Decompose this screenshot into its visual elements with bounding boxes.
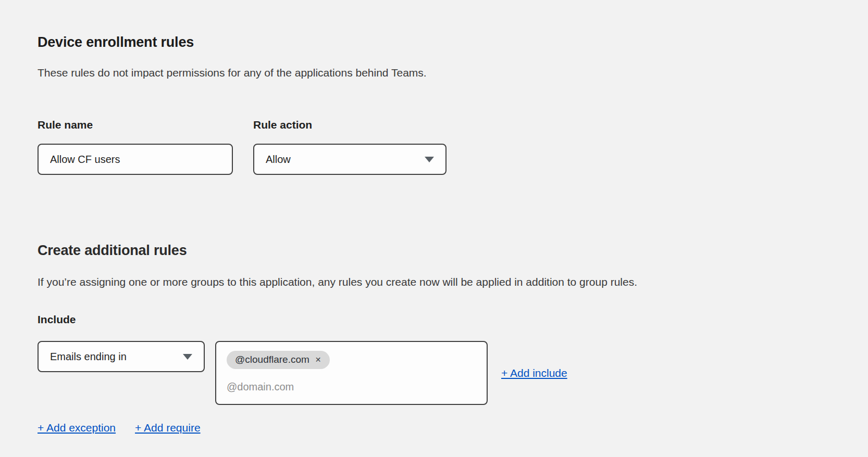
rule-name-input[interactable] [38,144,233,175]
add-exception-link[interactable]: + Add exception [38,422,116,434]
rule-name-label: Rule name [38,119,93,131]
page-subtitle: These rules do not impact permissions fo… [38,67,427,79]
remove-tag-button[interactable]: ✕ [315,356,321,363]
additional-rules-subtitle: If you’re assigning one or more groups t… [38,276,637,288]
include-label: Include [38,313,76,326]
tag-chip-label: @cloudflare.com [235,354,309,365]
tag-chip: @cloudflare.com ✕ [227,351,330,369]
additional-rules-title: Create additional rules [38,243,187,259]
email-domains-tag-input[interactable]: @cloudflare.com ✕ [215,341,488,405]
page-title: Device enrollment rules [38,34,194,50]
chevron-down-icon [183,354,192,360]
add-require-link[interactable]: + Add require [135,422,201,434]
include-selector-select[interactable]: Emails ending in [38,341,205,372]
rule-links-row: + Add exception + Add require [38,422,201,434]
device-enrollment-page: Device enrollment rules These rules do n… [0,0,868,457]
include-selector-selected-value: Emails ending in [50,351,127,363]
rule-action-selected-value: Allow [266,154,291,166]
rule-action-select[interactable]: Allow [253,144,447,175]
chevron-down-icon [425,157,434,162]
add-include-link[interactable]: + Add include [501,367,567,379]
domain-entry-input[interactable] [227,381,445,393]
rule-action-label: Rule action [253,119,312,131]
